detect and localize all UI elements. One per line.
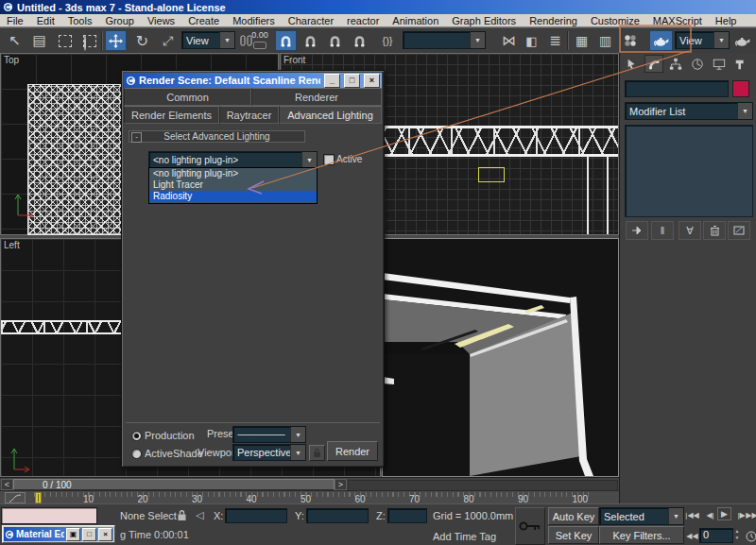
rollout-select-advanced-lighting[interactable]: - Select Advanced Lighting [129, 130, 305, 143]
previous-key-button[interactable]: ◀| [702, 507, 718, 523]
y-coordinate-field[interactable] [306, 508, 369, 523]
maximize-button[interactable]: □ [344, 74, 360, 88]
selection-set-dropdown[interactable]: Selected ▼ [599, 507, 684, 525]
menu-character[interactable]: Character [282, 15, 340, 26]
menu-modifiers[interactable]: Modifiers [226, 15, 282, 26]
menu-tools[interactable]: Tools [61, 15, 99, 26]
mini-curve-editor-button[interactable] [5, 492, 26, 503]
show-end-result-button[interactable]: ‖ [651, 221, 674, 240]
pin-stack-button[interactable] [626, 221, 648, 240]
render-scene-button[interactable] [649, 30, 673, 51]
menu-animation[interactable]: Animation [386, 15, 445, 26]
option-radiosity[interactable]: Radiosity [149, 191, 317, 202]
z-coordinate-field[interactable] [387, 508, 427, 523]
go-to-end-button[interactable]: ▶▶| [745, 507, 756, 523]
tab-create[interactable] [623, 55, 642, 73]
current-frame-marker[interactable] [35, 492, 42, 503]
tab-renderer[interactable]: Renderer [251, 88, 382, 106]
select-by-name-button[interactable]: ▤ [28, 30, 50, 51]
chevron-down-icon[interactable]: ▼ [713, 32, 729, 48]
collapse-icon[interactable]: - [131, 132, 142, 143]
snap-toggle-3d-button[interactable] [275, 30, 297, 51]
minimize-button[interactable]: _ [324, 74, 340, 88]
menu-customize[interactable]: Customize [584, 15, 646, 26]
material-editor-window[interactable]: Material Edit... ▣ □ × [2, 525, 115, 543]
tab-hierarchy[interactable] [666, 55, 685, 73]
object-name-field[interactable] [625, 80, 729, 97]
tab-display[interactable] [710, 55, 729, 73]
tab-utilities[interactable] [731, 55, 750, 73]
track-bar[interactable]: 102030405060708090100 [0, 490, 619, 503]
named-selection-dropdown[interactable]: ▼ [403, 31, 486, 49]
render-button[interactable]: Render [327, 441, 378, 461]
set-keys-button[interactable] [515, 507, 545, 545]
reference-coordinate-dropdown[interactable]: View ▼ [181, 31, 235, 49]
modifier-list-dropdown[interactable]: Modifier List ▼ [625, 102, 753, 120]
close-button[interactable]: × [98, 528, 112, 541]
menu-maxscript[interactable]: MAXScript [646, 15, 709, 26]
angle-snap-button[interactable] [300, 30, 321, 51]
frame-spinner[interactable]: ▲▼ [733, 528, 741, 541]
configure-modifier-sets-button[interactable] [728, 221, 750, 240]
viewport-perspective[interactable] [382, 238, 619, 477]
menu-rendering[interactable]: Rendering [523, 15, 584, 26]
chevron-down-icon[interactable]: ▼ [290, 427, 305, 442]
region-select-button[interactable] [54, 30, 76, 51]
option--no-lighting-plug-in-[interactable]: <no lighting plug-in> [149, 168, 317, 179]
modifier-stack[interactable] [625, 125, 753, 217]
key-mode-button[interactable]: ◀◀ [684, 528, 700, 544]
chevron-down-icon[interactable]: ▼ [470, 32, 485, 48]
chevron-down-icon[interactable]: ▼ [219, 32, 234, 48]
column-object[interactable] [607, 157, 609, 234]
auto-key-button[interactable]: Auto Key [548, 507, 599, 525]
chevron-down-icon[interactable]: ▼ [290, 445, 305, 460]
close-button[interactable]: × [364, 74, 380, 88]
time-configuration-button[interactable] [743, 528, 756, 544]
menu-group[interactable]: Group [98, 15, 141, 26]
restore-button[interactable]: ▣ [66, 528, 80, 541]
menu-create[interactable]: Create [181, 15, 226, 26]
maximize-button[interactable]: □ [82, 528, 96, 541]
play-button[interactable]: ▶ [717, 507, 731, 520]
tab-common[interactable]: Common [124, 88, 251, 106]
menu-reactor[interactable]: reactor [340, 15, 386, 26]
menu-help[interactable]: Help [709, 15, 744, 26]
quick-render-button[interactable] [731, 30, 753, 51]
chevron-down-icon[interactable]: ▼ [737, 103, 752, 119]
viewport-lock-button[interactable] [309, 445, 325, 461]
activeshade-radio[interactable] [131, 449, 142, 459]
window-crossing-button[interactable] [78, 30, 100, 51]
time-slider-handle[interactable]: 0 / 100 [13, 479, 335, 490]
viewport-top-label[interactable]: Top [4, 55, 19, 65]
set-key-button[interactable]: Set Key [548, 526, 599, 544]
make-unique-button[interactable]: ∀ [679, 221, 701, 240]
chevron-down-icon[interactable]: ▼ [301, 152, 317, 168]
menu-graph-editors[interactable]: Graph Editors [445, 15, 523, 26]
tab-motion[interactable] [688, 55, 707, 73]
rotate-button[interactable]: ↻ [131, 30, 153, 51]
align-button[interactable]: ◧ [521, 30, 542, 51]
menu-file[interactable]: File [0, 15, 30, 26]
chevron-down-icon[interactable]: ▼ [668, 508, 683, 524]
render-type-dropdown[interactable]: View ▼ [675, 31, 730, 49]
remove-modifier-button[interactable] [703, 221, 726, 240]
tab-raytracer[interactable]: Raytracer [219, 106, 279, 124]
tab-modify[interactable] [644, 55, 663, 73]
spinner-snap-button[interactable] [349, 30, 370, 51]
option-light-tracer[interactable]: Light Tracer [149, 179, 317, 191]
current-frame-field[interactable]: 0 [699, 528, 733, 543]
tab-render-elements[interactable]: Render Elements [124, 106, 219, 124]
scale-button[interactable]: ⤢ [157, 30, 179, 51]
viewport-dropdown[interactable]: Perspective ▼ [232, 444, 306, 461]
schematic-view-button[interactable]: ▥ [594, 30, 616, 51]
absolute-mode-icon[interactable]: ◁ [196, 509, 203, 521]
active-checkbox[interactable] [323, 154, 335, 165]
next-frame-button[interactable]: > [335, 479, 347, 490]
tab-advanced-lighting[interactable]: Advanced Lighting [279, 106, 382, 124]
space-frame-object[interactable] [27, 84, 127, 235]
preset-dropdown[interactable]: ------------------------- ▼ [232, 426, 306, 443]
mirror-button[interactable]: ⋈ [498, 30, 520, 51]
add-time-tag[interactable]: Add Time Tag [433, 531, 496, 542]
viewport-front-label[interactable]: Front [284, 55, 305, 65]
column-object[interactable] [587, 157, 589, 234]
